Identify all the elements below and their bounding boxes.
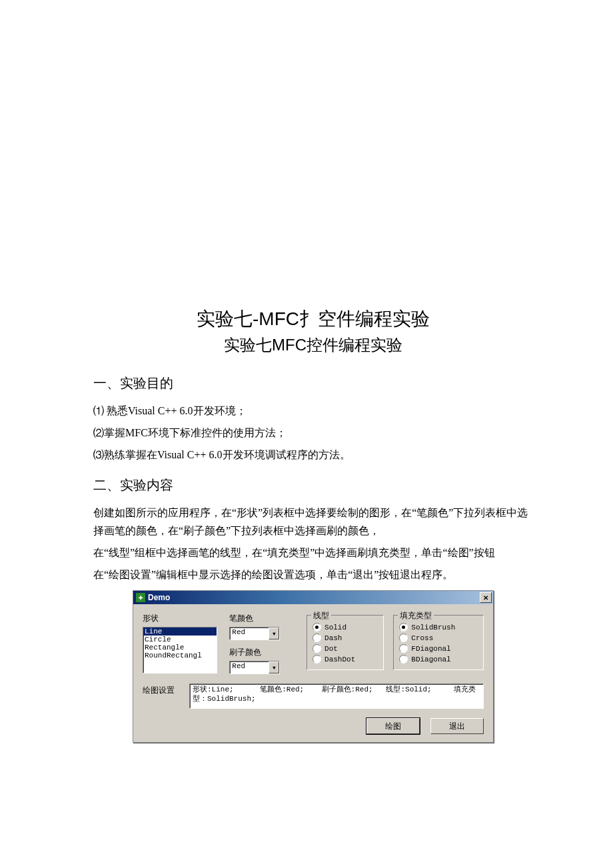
label-settings: 绘图设置 bbox=[143, 683, 183, 696]
radio-line-dashdot[interactable]: DashDot bbox=[312, 655, 378, 663]
list-item[interactable]: RoundRectangl bbox=[143, 651, 217, 659]
settings-editbox[interactable]: 形状:Line; 笔颜色:Red; 刷子颜色:Red; 线型:Solid; 填充… bbox=[189, 683, 484, 709]
titlebar[interactable]: ✦ Demo ✕ bbox=[133, 591, 493, 604]
pen-color-value: Red bbox=[230, 628, 269, 640]
section-content-head: 二、实验内容 bbox=[93, 476, 533, 494]
content-para-1: 创建如图所示的应用程序，在“形状”列表框中选择要绘制的图形，在“笔颜色”下拉列表… bbox=[93, 504, 533, 540]
group-legend-line-type: 线型 bbox=[311, 610, 331, 622]
group-fill-type: 填充类型 SolidBrush Cross FDia bbox=[393, 615, 484, 670]
shape-listbox[interactable]: Line Circle Rectangle RoundRectangl bbox=[143, 627, 217, 673]
objective-2: ⑵掌握MFC环境下标准控件的使用方法； bbox=[93, 424, 533, 442]
radio-fill-cross[interactable]: Cross bbox=[399, 634, 478, 642]
section-objectives-head: 一、实验目的 bbox=[93, 374, 533, 392]
radio-label: DashDot bbox=[324, 655, 355, 663]
demo-dialog: ✦ Demo ✕ 形状 Line Circle Rectangle RoundR… bbox=[133, 590, 494, 743]
app-icon: ✦ bbox=[136, 593, 145, 602]
brush-color-combo[interactable]: Red ▼ bbox=[229, 661, 280, 674]
radio-line-dot[interactable]: Dot bbox=[312, 644, 378, 653]
label-shape: 形状 bbox=[143, 613, 220, 624]
radio-fill-solidbrush[interactable]: SolidBrush bbox=[399, 623, 478, 632]
radio-line-dash[interactable]: Dash bbox=[312, 634, 378, 642]
content-para-3: 在“绘图设置”编辑框中显示选择的绘图设置选项，单击“退出”按钮退出程序。 bbox=[93, 566, 533, 584]
radio-label: Dash bbox=[324, 634, 342, 642]
window-title: Demo bbox=[148, 593, 170, 602]
radio-label: SolidBrush bbox=[411, 624, 455, 632]
button-label: 退出 bbox=[449, 721, 465, 732]
radio-label: Solid bbox=[324, 624, 346, 632]
chevron-down-icon[interactable]: ▼ bbox=[269, 628, 279, 640]
draw-button[interactable]: 绘图 bbox=[366, 718, 420, 734]
radio-label: FDiagonal bbox=[411, 645, 450, 653]
brush-color-value: Red bbox=[230, 661, 269, 673]
close-icon[interactable]: ✕ bbox=[480, 592, 492, 603]
radio-fill-bdiagonal[interactable]: BDiagonal bbox=[399, 655, 478, 663]
button-label: 绘图 bbox=[385, 721, 401, 732]
label-brush-color: 刷子颜色 bbox=[229, 647, 297, 658]
list-item[interactable]: Circle bbox=[143, 636, 217, 644]
radio-label: BDiagonal bbox=[411, 655, 450, 663]
objective-1: ⑴ 熟悉Visual C++ 6.0开发环境； bbox=[93, 402, 533, 420]
radio-line-solid[interactable]: Solid bbox=[312, 623, 378, 632]
radio-label: Cross bbox=[411, 634, 433, 642]
pen-color-combo[interactable]: Red ▼ bbox=[229, 627, 280, 640]
label-pen-color: 笔颜色 bbox=[229, 613, 297, 624]
group-legend-fill-type: 填充类型 bbox=[398, 610, 434, 622]
doc-title-1: 实验七-MFC扌空件编程实验 bbox=[93, 306, 533, 332]
list-item[interactable]: Line bbox=[143, 628, 217, 636]
group-line-type: 线型 Solid Dash Dot bbox=[306, 615, 384, 670]
content-para-2: 在“线型”组框中选择画笔的线型，在“填充类型”中选择画刷填充类型，单击“绘图”按… bbox=[93, 544, 533, 562]
objective-3: ⑶熟练掌握在Visual C++ 6.0开发环境调试程序的方法。 bbox=[93, 446, 533, 464]
chevron-down-icon[interactable]: ▼ bbox=[269, 661, 279, 673]
exit-button[interactable]: 退出 bbox=[430, 718, 484, 734]
radio-label: Dot bbox=[324, 645, 338, 653]
radio-fill-fdiagonal[interactable]: FDiagonal bbox=[399, 644, 478, 653]
doc-title-2: 实验七MFC控件编程实验 bbox=[93, 334, 533, 356]
list-item[interactable]: Rectangle bbox=[143, 644, 217, 651]
